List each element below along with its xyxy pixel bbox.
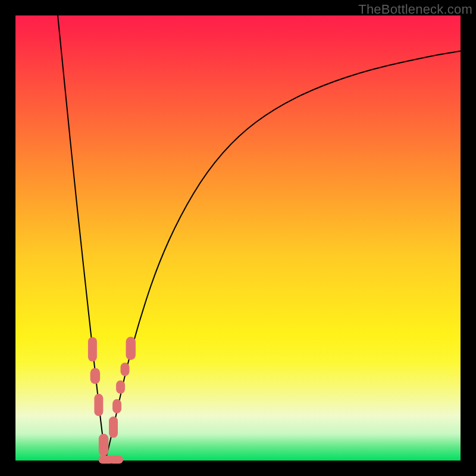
marker-layer — [88, 337, 136, 464]
curve-right-branch — [105, 51, 461, 461]
curve-left-branch — [58, 15, 105, 461]
curve-layer — [58, 15, 461, 461]
marker-point — [90, 368, 100, 384]
marker-point — [109, 416, 118, 438]
marker-point — [99, 434, 108, 456]
watermark-text: TheBottleneck.com — [358, 2, 472, 17]
marker-point — [121, 362, 130, 375]
marker-point — [94, 394, 103, 416]
marker-point — [116, 380, 125, 393]
chart-svg — [15, 15, 461, 461]
chart-container: TheBottleneck.com — [0, 0, 476, 476]
plot-area — [15, 15, 461, 461]
marker-point — [126, 337, 136, 360]
marker-point — [109, 456, 123, 464]
marker-point — [88, 337, 97, 361]
marker-point — [112, 399, 121, 414]
